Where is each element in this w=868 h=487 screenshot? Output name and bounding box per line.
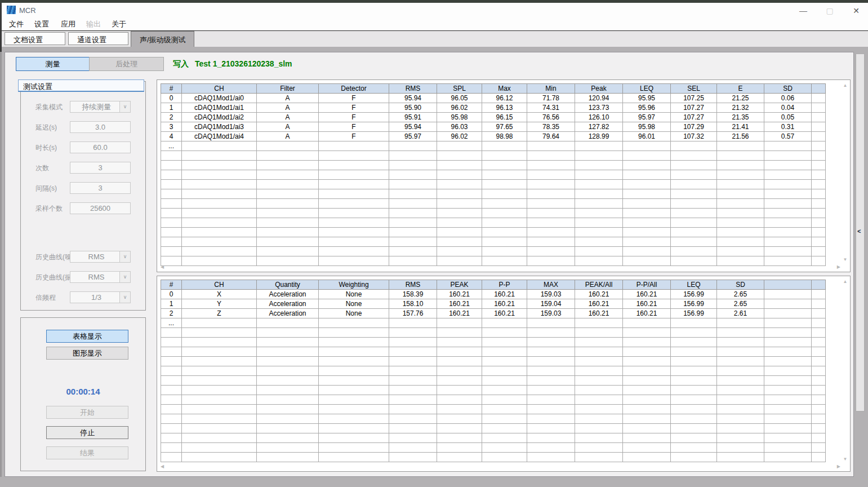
- table-cell[interactable]: [482, 189, 527, 199]
- table-cell[interactable]: [319, 170, 389, 180]
- scroll-down-icon[interactable]: ▼: [843, 457, 848, 462]
- table-cell[interactable]: 96.03: [437, 122, 482, 132]
- table-cell[interactable]: [161, 395, 182, 405]
- table-cell[interactable]: [319, 151, 389, 161]
- table-cell[interactable]: [257, 376, 319, 386]
- table-cell[interactable]: [623, 366, 671, 376]
- chevron-down-icon[interactable]: ∨: [119, 251, 130, 262]
- sample-count-input[interactable]: 25600: [70, 202, 131, 214]
- table-cell[interactable]: 0.57: [764, 132, 812, 141]
- table-cell[interactable]: 1: [161, 103, 182, 113]
- table-cell[interactable]: 156.99: [671, 299, 717, 309]
- horizontal-scrollbar[interactable]: ◀ ▶: [161, 263, 840, 271]
- table-cell[interactable]: [182, 395, 257, 405]
- table-cell[interactable]: [527, 161, 575, 170]
- table-cell[interactable]: [437, 424, 482, 433]
- table-cell[interactable]: [812, 386, 826, 395]
- table-cell[interactable]: [257, 209, 319, 218]
- table-cell[interactable]: 97.65: [482, 122, 527, 132]
- table-cell[interactable]: [319, 357, 389, 366]
- table-cell[interactable]: 21.32: [717, 103, 764, 113]
- table-cell[interactable]: [527, 443, 575, 453]
- table-cell[interactable]: [764, 247, 812, 256]
- table-cell[interactable]: [623, 141, 671, 151]
- table-cell[interactable]: [389, 151, 437, 161]
- table-cell[interactable]: [764, 366, 812, 376]
- table-cell[interactable]: [319, 424, 389, 433]
- table-cell[interactable]: 96.15: [482, 113, 527, 122]
- table-cell[interactable]: [161, 405, 182, 414]
- table-cell[interactable]: [623, 218, 671, 228]
- table-cell[interactable]: [623, 209, 671, 218]
- table-cell[interactable]: [764, 318, 812, 328]
- table-cell[interactable]: [182, 170, 257, 180]
- table-empty-row[interactable]: [161, 189, 826, 199]
- table-cell[interactable]: [257, 347, 319, 357]
- table-cell[interactable]: [389, 405, 437, 414]
- table-cell[interactable]: [764, 189, 812, 199]
- column-header[interactable]: P-P/All: [623, 280, 671, 290]
- table-cell[interactable]: [319, 180, 389, 189]
- table-cell[interactable]: [812, 103, 826, 113]
- table-cell[interactable]: [623, 405, 671, 414]
- table-cell[interactable]: [257, 218, 319, 228]
- table-cell[interactable]: [717, 209, 764, 218]
- table-cell[interactable]: Y: [182, 299, 257, 309]
- table-cell[interactable]: [161, 180, 182, 189]
- table-cell[interactable]: 0: [161, 94, 182, 103]
- table-cell[interactable]: 96.12: [482, 94, 527, 103]
- table-cell[interactable]: [717, 151, 764, 161]
- table-cell[interactable]: [319, 443, 389, 453]
- table-cell[interactable]: [623, 443, 671, 453]
- table-cell[interactable]: 123.73: [575, 103, 623, 113]
- table-cell[interactable]: F: [319, 94, 389, 103]
- graph-display-button[interactable]: 图形显示: [46, 347, 128, 360]
- table-cell[interactable]: [482, 405, 527, 414]
- table-cell[interactable]: [389, 395, 437, 405]
- table-cell[interactable]: [717, 199, 764, 209]
- table-empty-row[interactable]: [161, 433, 826, 443]
- table-cell[interactable]: [812, 132, 826, 141]
- table-empty-row[interactable]: [161, 376, 826, 386]
- table-cell[interactable]: [527, 141, 575, 151]
- table-cell[interactable]: [812, 189, 826, 199]
- table-cell[interactable]: [437, 405, 482, 414]
- table-cell[interactable]: [257, 338, 319, 347]
- table-cell[interactable]: [671, 386, 717, 395]
- table-cell[interactable]: [623, 228, 671, 237]
- table-empty-row[interactable]: [161, 237, 826, 247]
- table-cell[interactable]: [161, 424, 182, 433]
- table-cell[interactable]: [319, 405, 389, 414]
- table-cell[interactable]: [717, 170, 764, 180]
- table-cell[interactable]: [812, 443, 826, 453]
- table-cell[interactable]: [257, 366, 319, 376]
- table-cell[interactable]: [437, 141, 482, 151]
- table-cell[interactable]: [717, 189, 764, 199]
- table-cell[interactable]: [161, 161, 182, 170]
- table-cell[interactable]: [182, 386, 257, 395]
- table-cell[interactable]: [764, 453, 812, 462]
- menu-settings[interactable]: 设置: [34, 19, 49, 29]
- table-cell[interactable]: 0.05: [764, 113, 812, 122]
- table-cell[interactable]: 74.31: [527, 103, 575, 113]
- table-cell[interactable]: 107.27: [671, 103, 717, 113]
- table-cell[interactable]: [161, 414, 182, 424]
- table-cell[interactable]: 2.61: [717, 309, 764, 318]
- table-cell[interactable]: [319, 161, 389, 170]
- column-header[interactable]: CH: [182, 84, 257, 94]
- table-cell[interactable]: [182, 318, 257, 328]
- column-header[interactable]: #: [161, 84, 182, 94]
- table-cell[interactable]: [812, 113, 826, 122]
- table-cell[interactable]: [161, 433, 182, 443]
- table-cell[interactable]: 96.13: [482, 103, 527, 113]
- vertical-scrollbar[interactable]: ▲ ▼: [842, 83, 849, 262]
- table-cell[interactable]: 160.21: [437, 299, 482, 309]
- table-cell[interactable]: [437, 228, 482, 237]
- table-cell[interactable]: Acceleration: [257, 309, 319, 318]
- table-cell[interactable]: 95.98: [623, 122, 671, 132]
- table-cell[interactable]: [389, 386, 437, 395]
- table-cell[interactable]: [257, 433, 319, 443]
- table-cell[interactable]: [257, 141, 319, 151]
- table-cell[interactable]: 21.25: [717, 94, 764, 103]
- table-cell[interactable]: [437, 180, 482, 189]
